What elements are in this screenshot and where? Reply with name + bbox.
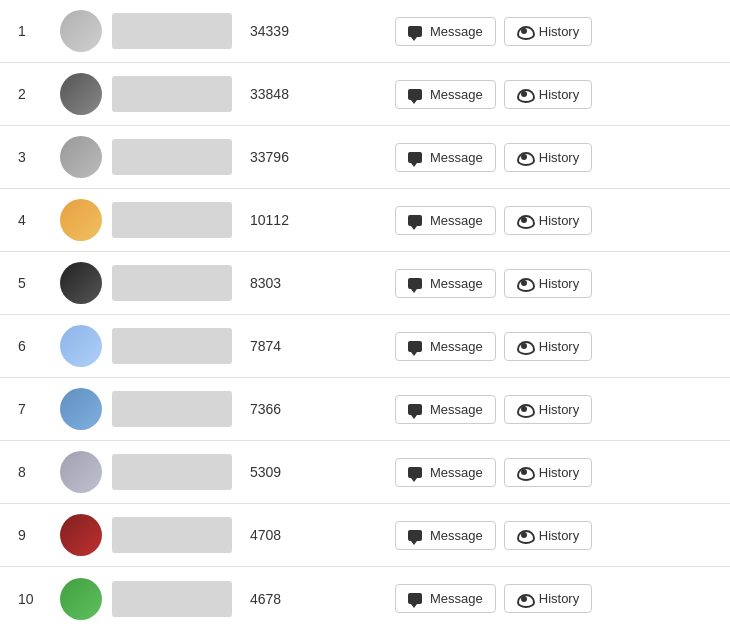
history-label: History bbox=[539, 213, 579, 228]
message-label: Message bbox=[430, 87, 483, 102]
table-row: 6 7874 Message History bbox=[0, 315, 730, 378]
avatar-cell bbox=[55, 325, 240, 367]
score-cell: 7874 bbox=[240, 338, 395, 354]
table-row: 3 33796 Message History bbox=[0, 126, 730, 189]
history-button[interactable]: History bbox=[504, 143, 592, 172]
avatar-cell bbox=[55, 136, 240, 178]
rank-cell: 7 bbox=[0, 401, 55, 417]
score-cell: 34339 bbox=[240, 23, 395, 39]
message-label: Message bbox=[430, 150, 483, 165]
name-placeholder bbox=[112, 454, 232, 490]
message-button[interactable]: Message bbox=[395, 206, 496, 235]
actions-cell: Message History bbox=[395, 80, 730, 109]
eye-icon bbox=[517, 341, 531, 351]
score-cell: 4708 bbox=[240, 527, 395, 543]
history-label: History bbox=[539, 24, 579, 39]
table-row: 1 34339 Message History bbox=[0, 0, 730, 63]
actions-cell: Message History bbox=[395, 332, 730, 361]
name-placeholder bbox=[112, 76, 232, 112]
message-label: Message bbox=[430, 528, 483, 543]
eye-icon bbox=[517, 215, 531, 225]
history-button[interactable]: History bbox=[504, 395, 592, 424]
message-label: Message bbox=[430, 339, 483, 354]
history-label: History bbox=[539, 339, 579, 354]
history-button[interactable]: History bbox=[504, 206, 592, 235]
actions-cell: Message History bbox=[395, 143, 730, 172]
message-label: Message bbox=[430, 213, 483, 228]
eye-icon bbox=[517, 530, 531, 540]
avatar-cell bbox=[55, 388, 240, 430]
score-cell: 5309 bbox=[240, 464, 395, 480]
eye-icon bbox=[517, 594, 531, 604]
name-placeholder bbox=[112, 13, 232, 49]
avatar bbox=[60, 325, 102, 367]
name-placeholder bbox=[112, 139, 232, 175]
history-button[interactable]: History bbox=[504, 521, 592, 550]
message-button[interactable]: Message bbox=[395, 521, 496, 550]
message-button[interactable]: Message bbox=[395, 584, 496, 613]
eye-icon bbox=[517, 152, 531, 162]
history-button[interactable]: History bbox=[504, 458, 592, 487]
message-label: Message bbox=[430, 465, 483, 480]
name-placeholder bbox=[112, 391, 232, 427]
history-label: History bbox=[539, 465, 579, 480]
eye-icon bbox=[517, 404, 531, 414]
message-button[interactable]: Message bbox=[395, 332, 496, 361]
rank-cell: 1 bbox=[0, 23, 55, 39]
history-button[interactable]: History bbox=[504, 269, 592, 298]
table-row: 9 4708 Message History bbox=[0, 504, 730, 567]
message-button[interactable]: Message bbox=[395, 17, 496, 46]
message-icon bbox=[408, 593, 422, 604]
table-row: 4 10112 Message History bbox=[0, 189, 730, 252]
table-row: 8 5309 Message History bbox=[0, 441, 730, 504]
name-placeholder bbox=[112, 202, 232, 238]
message-icon bbox=[408, 467, 422, 478]
message-button[interactable]: Message bbox=[395, 458, 496, 487]
name-placeholder bbox=[112, 517, 232, 553]
avatar bbox=[60, 199, 102, 241]
avatar bbox=[60, 136, 102, 178]
history-button[interactable]: History bbox=[504, 584, 592, 613]
history-label: History bbox=[539, 87, 579, 102]
actions-cell: Message History bbox=[395, 584, 730, 613]
actions-cell: Message History bbox=[395, 458, 730, 487]
score-cell: 33796 bbox=[240, 149, 395, 165]
message-icon bbox=[408, 152, 422, 163]
avatar bbox=[60, 451, 102, 493]
history-label: History bbox=[539, 591, 579, 606]
eye-icon bbox=[517, 278, 531, 288]
message-button[interactable]: Message bbox=[395, 395, 496, 424]
table-row: 10 4678 Message History bbox=[0, 567, 730, 628]
avatar-cell bbox=[55, 10, 240, 52]
history-button[interactable]: History bbox=[504, 17, 592, 46]
score-cell: 33848 bbox=[240, 86, 395, 102]
history-label: History bbox=[539, 402, 579, 417]
rank-cell: 3 bbox=[0, 149, 55, 165]
rank-cell: 9 bbox=[0, 527, 55, 543]
message-icon bbox=[408, 26, 422, 37]
leaderboard-table: 1 34339 Message History 2 bbox=[0, 0, 730, 628]
message-button[interactable]: Message bbox=[395, 80, 496, 109]
name-placeholder bbox=[112, 265, 232, 301]
actions-cell: Message History bbox=[395, 521, 730, 550]
actions-cell: Message History bbox=[395, 17, 730, 46]
message-button[interactable]: Message bbox=[395, 269, 496, 298]
table-row: 5 8303 Message History bbox=[0, 252, 730, 315]
avatar bbox=[60, 578, 102, 620]
rank-cell: 6 bbox=[0, 338, 55, 354]
message-label: Message bbox=[430, 24, 483, 39]
message-icon bbox=[408, 278, 422, 289]
message-label: Message bbox=[430, 402, 483, 417]
message-icon bbox=[408, 215, 422, 226]
rank-cell: 8 bbox=[0, 464, 55, 480]
avatar bbox=[60, 262, 102, 304]
eye-icon bbox=[517, 467, 531, 477]
message-button[interactable]: Message bbox=[395, 143, 496, 172]
history-button[interactable]: History bbox=[504, 80, 592, 109]
history-button[interactable]: History bbox=[504, 332, 592, 361]
avatar bbox=[60, 514, 102, 556]
message-icon bbox=[408, 404, 422, 415]
rank-cell: 5 bbox=[0, 275, 55, 291]
message-icon bbox=[408, 530, 422, 541]
avatar bbox=[60, 388, 102, 430]
